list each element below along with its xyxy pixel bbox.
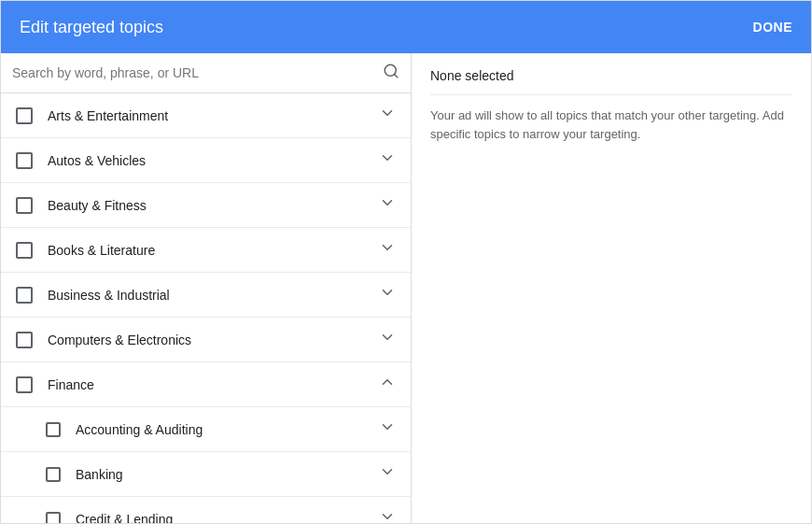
topic-label-computers: Computers & Electronics <box>48 333 379 347</box>
modal-body: Arts & Entertainment Autos & Vehicles <box>1 53 811 523</box>
topic-label-books: Books & Literature <box>48 243 379 258</box>
chevron-computers <box>379 329 396 350</box>
chevron-autos <box>379 149 396 171</box>
topic-label-autos: Autos & Vehicles <box>48 153 379 168</box>
chevron-credit <box>379 508 396 523</box>
chevron-accounting <box>379 418 396 440</box>
topic-item-books[interactable]: Books & Literature <box>1 228 411 273</box>
topic-label-accounting: Accounting & Auditing <box>76 422 379 437</box>
chevron-business <box>379 284 396 305</box>
checkbox-banking[interactable] <box>46 467 61 482</box>
checkbox-credit[interactable] <box>46 512 61 524</box>
left-panel: Arts & Entertainment Autos & Vehicles <box>1 53 412 523</box>
topic-item-banking[interactable]: Banking <box>1 452 411 497</box>
checkbox-books[interactable] <box>16 242 33 259</box>
search-bar <box>1 53 411 93</box>
helper-text: Your ad will show to all topics that mat… <box>430 106 792 143</box>
topic-item-autos[interactable]: Autos & Vehicles <box>1 138 411 183</box>
edit-topics-modal: Edit targeted topics DONE <box>0 0 812 524</box>
topic-item-accounting[interactable]: Accounting & Auditing <box>1 407 411 452</box>
chevron-books <box>379 239 396 261</box>
checkbox-business[interactable] <box>16 287 33 304</box>
topic-label-finance: Finance <box>48 377 379 392</box>
checkbox-finance[interactable] <box>16 376 33 393</box>
chevron-beauty <box>379 194 396 216</box>
topic-item-business[interactable]: Business & Industrial <box>1 273 411 318</box>
done-button[interactable]: DONE <box>753 20 792 35</box>
right-panel: None selected Your ad will show to all t… <box>412 53 811 523</box>
modal-title: Edit targeted topics <box>20 18 163 37</box>
topics-list: Arts & Entertainment Autos & Vehicles <box>1 93 411 523</box>
checkbox-arts[interactable] <box>16 107 33 124</box>
topic-item-computers[interactable]: Computers & Electronics <box>1 318 411 362</box>
topic-label-banking: Banking <box>76 467 379 482</box>
topic-label-beauty: Beauty & Fitness <box>48 198 379 213</box>
checkbox-autos[interactable] <box>16 152 33 169</box>
none-selected-label: None selected <box>430 68 792 95</box>
chevron-finance <box>379 374 396 395</box>
topic-label-arts: Arts & Entertainment <box>48 108 379 123</box>
topic-item-beauty[interactable]: Beauty & Fitness <box>1 183 411 228</box>
chevron-banking <box>379 463 396 485</box>
topic-label-business: Business & Industrial <box>48 288 379 303</box>
topic-item-arts[interactable]: Arts & Entertainment <box>1 93 411 138</box>
topic-label-credit: Credit & Lending <box>76 512 379 524</box>
modal-header: Edit targeted topics DONE <box>1 1 811 53</box>
svg-line-1 <box>394 74 397 77</box>
search-icon <box>383 63 399 83</box>
checkbox-computers[interactable] <box>16 332 33 348</box>
checkbox-beauty[interactable] <box>16 197 33 214</box>
topic-item-credit[interactable]: Credit & Lending <box>1 497 411 523</box>
checkbox-accounting[interactable] <box>46 422 61 437</box>
topic-item-finance[interactable]: Finance <box>1 362 411 407</box>
search-input[interactable] <box>12 65 375 80</box>
chevron-arts <box>379 105 396 126</box>
